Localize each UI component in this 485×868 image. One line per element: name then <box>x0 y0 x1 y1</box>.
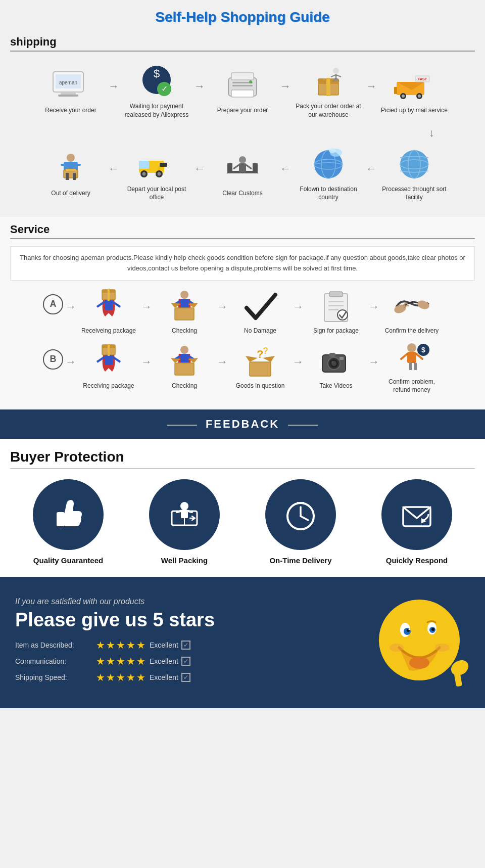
flow-item-receive: apeman Receive your order <box>35 68 106 115</box>
svg-rect-91 <box>180 354 188 363</box>
svg-rect-103 <box>329 353 335 357</box>
shipping-row-1: apeman Receive your order → $ ✓ Waiting … <box>10 59 475 124</box>
service-step-recv-a: Receiveing package <box>78 289 139 335</box>
service-step-videos: Take Videos <box>306 344 366 390</box>
svg-rect-125 <box>297 502 304 504</box>
refund-icon: $ <box>394 340 429 375</box>
buyer-item-respond: Quickly Respond <box>371 479 462 565</box>
service-step-nodamage: No Damage <box>230 289 290 335</box>
checking-a-icon <box>167 289 202 324</box>
star-label-2: Shipping Speed: <box>15 673 96 681</box>
svg-rect-79 <box>328 309 338 310</box>
svg-rect-36 <box>66 169 76 171</box>
svg-rect-78 <box>328 305 344 306</box>
svg-rect-76 <box>329 292 343 297</box>
nodamage-icon <box>243 289 278 324</box>
stars-main-title: Please give us 5 stars <box>15 609 369 631</box>
service-description: Thanks for choosing apeman products.Plea… <box>10 246 475 281</box>
mail-icon: FAST <box>394 68 434 103</box>
svg-point-14 <box>249 80 252 83</box>
arrow-3: → <box>278 80 293 93</box>
pack-icon <box>308 64 349 99</box>
buyer-item-delivery: On-Time Delivery <box>255 479 346 565</box>
arrow-r2-3: ← <box>278 162 293 175</box>
svg-point-102 <box>331 361 333 363</box>
svg-rect-42 <box>139 161 149 169</box>
excellent-0: Excellent <box>150 641 178 649</box>
processed-label: Processed throught sort facility <box>379 185 450 202</box>
service-step-checking-a: Checking <box>154 289 215 335</box>
svg-rect-40 <box>73 173 76 180</box>
flow-item-payment: $ ✓ Waiting for payment realeased by Ali… <box>121 64 192 119</box>
confirm-a-label: Confirm the delivery <box>385 327 439 335</box>
buyer-icons-row: Quality Guaranteed <box>10 479 475 565</box>
svg-rect-43 <box>160 163 167 167</box>
svg-point-82 <box>416 299 429 310</box>
checkbox-2: ✓ <box>181 673 190 682</box>
refund-label: Confirm problem, refund money <box>381 378 442 394</box>
flow-item-mail: FAST Picied up by mail service <box>379 68 450 115</box>
videos-icon <box>318 344 354 379</box>
service-step-refund: $ Confirm problem, refund money <box>381 340 442 394</box>
arrow-b-2: → <box>215 355 230 369</box>
customs-label: Clear Customs <box>222 189 262 198</box>
arrow-4: → <box>364 80 379 93</box>
arrow-a-1: → <box>139 300 154 313</box>
row-a-label: A <box>43 294 63 314</box>
excellent-1: Excellent <box>150 657 178 665</box>
svg-point-132 <box>409 628 410 630</box>
recv-b-icon <box>91 344 126 379</box>
svg-rect-71 <box>180 299 188 308</box>
service-row-b: B → Receiving package → <box>10 340 475 394</box>
row-b-label: B <box>43 349 63 370</box>
folown-label: Folown to destination country <box>293 185 364 202</box>
buyer-protection-section: Buyer Protection Quality Guaranteed <box>0 439 485 577</box>
receive-order-icon: apeman <box>51 68 91 103</box>
shipping-row-2: Out of delivery ← Depart your local post… <box>10 142 475 207</box>
service-header: Service <box>10 223 475 239</box>
flow-item-customs: Clear Customs <box>207 151 278 198</box>
feedback-line-left <box>167 425 197 426</box>
mail-label: Picied up by mail service <box>381 106 448 115</box>
svg-text:apeman: apeman <box>59 80 77 85</box>
svg-point-135 <box>431 628 434 631</box>
arrow-a-2: → <box>215 300 230 313</box>
checking-b-label: Checking <box>172 382 197 390</box>
confirm-a-icon <box>394 289 429 324</box>
depart-label: Depart your local post office <box>121 185 192 202</box>
arrow-1: → <box>106 80 121 93</box>
arrow-a-4: → <box>366 300 381 313</box>
svg-point-51 <box>239 156 246 163</box>
outdelivery-label: Out of delivery <box>51 189 90 198</box>
depart-icon <box>136 147 177 182</box>
prepare-label: Prepare your order <box>217 106 268 115</box>
svg-rect-84 <box>105 355 113 365</box>
svg-line-20 <box>331 75 336 77</box>
customs-icon <box>222 151 263 186</box>
svg-text:$: $ <box>154 67 160 80</box>
svg-point-30 <box>402 95 405 98</box>
svg-text:?: ? <box>263 346 268 356</box>
svg-text:✓: ✓ <box>161 84 168 93</box>
arrow-a-3: → <box>290 300 306 313</box>
stars-0: ★★★★★ <box>96 639 146 651</box>
star-row-0: Item as Described: ★★★★★ Excellent ✓ <box>15 639 369 651</box>
svg-rect-50 <box>253 163 258 173</box>
checking-b-icon <box>167 344 202 379</box>
svg-rect-12 <box>231 73 254 80</box>
svg-point-47 <box>158 172 161 175</box>
respond-icon <box>381 479 452 550</box>
quality-label: Quality Guaranteed <box>33 556 103 565</box>
processed-icon <box>394 147 434 182</box>
buyer-item-packing: Well Packing <box>139 479 230 565</box>
svg-rect-39 <box>66 173 69 180</box>
star-row-2: Shipping Speed: ★★★★★ Excellent ✓ <box>15 671 369 683</box>
svg-point-114 <box>180 502 188 510</box>
svg-text:FAST: FAST <box>418 77 427 81</box>
svg-line-107 <box>401 354 407 359</box>
sign-label: Sign for package <box>313 327 359 335</box>
service-step-goods-q: ? ? Goods in question <box>230 344 290 390</box>
svg-rect-104 <box>340 357 344 360</box>
buyer-item-quality: Quality Guaranteed <box>23 479 114 565</box>
excellent-2: Excellent <box>150 673 178 681</box>
